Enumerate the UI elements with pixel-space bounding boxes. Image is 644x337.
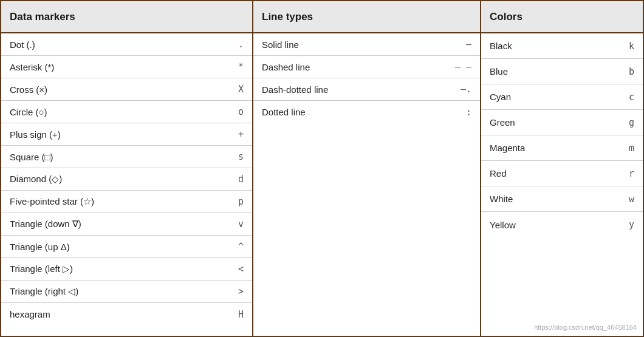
marker-label: Cross (×) <box>10 84 47 95</box>
marker-symbol: ^ <box>225 241 244 252</box>
color-symbol: g <box>616 117 634 128</box>
table-row: Triangle (down ∇) v <box>1 213 252 236</box>
table-row: Magenta m <box>481 135 643 161</box>
color-label: White <box>490 194 513 204</box>
marker-label: Square (□) <box>10 152 53 162</box>
marker-symbol: > <box>225 286 244 297</box>
marker-symbol: s <box>225 151 244 162</box>
linetype-symbol: : <box>453 107 471 118</box>
marker-label: hexagram <box>10 309 50 319</box>
markers-header: Data markers <box>1 1 252 33</box>
linetype-symbol: – – <box>453 61 471 72</box>
marker-symbol: + <box>225 129 244 140</box>
table-row: Plus sign (+) + <box>1 123 252 146</box>
marker-symbol: X <box>225 84 244 95</box>
marker-label: Diamond (◇) <box>10 174 62 185</box>
linetype-label: Dashed line <box>262 62 310 72</box>
marker-label: Triangle (down ∇) <box>10 219 81 230</box>
linetype-label: Dash-dotted line <box>262 84 328 95</box>
table-row: Dot (.) . <box>1 33 252 56</box>
table-row: White w <box>481 186 643 212</box>
watermark: https://blog.csdn.net/qq_46458164 <box>534 324 637 331</box>
table-row: Green g <box>481 110 643 135</box>
marker-symbol: * <box>225 61 244 72</box>
reference-table: Data markers Dot (.) . Asterisk (*) * Cr… <box>0 0 644 337</box>
table-row: Five-pointed star (☆) p <box>1 191 252 213</box>
marker-label: Dot (.) <box>10 39 35 50</box>
markers-column: Data markers Dot (.) . Asterisk (*) * Cr… <box>1 1 253 336</box>
table-row: Triangle (up Δ) ^ <box>1 236 252 258</box>
table-row: Red r <box>481 161 643 186</box>
color-symbol: r <box>616 168 634 179</box>
table-row: Yellow y <box>481 212 643 237</box>
linetypes-body: Solid line – Dashed line – – Dash-dotted… <box>253 33 480 336</box>
marker-symbol: p <box>225 196 244 207</box>
table-row: Dash-dotted line –. <box>253 78 480 101</box>
table-row: Cross (×) X <box>1 78 252 101</box>
color-label: Cyan <box>490 92 511 102</box>
colors-header-label: Colors <box>490 11 522 23</box>
linetype-label: Dotted line <box>262 107 306 117</box>
marker-symbol: v <box>225 219 244 230</box>
colors-column: Colors Black k Blue b Cyan c Green g Mag… <box>481 1 643 336</box>
table-row: Diamond (◇) d <box>1 168 252 191</box>
table-row: hexagram H <box>1 303 252 325</box>
marker-symbol: < <box>225 264 244 274</box>
markers-header-label: Data markers <box>10 11 75 23</box>
color-symbol: y <box>616 219 634 230</box>
linetype-label: Solid line <box>262 39 299 50</box>
colors-body: Black k Blue b Cyan c Green g Magenta m … <box>481 33 643 336</box>
color-symbol: c <box>616 92 634 103</box>
marker-symbol: o <box>225 106 244 117</box>
table-row: Triangle (left ▷) < <box>1 258 252 281</box>
table-row: Dashed line – – <box>253 56 480 78</box>
color-label: Magenta <box>490 143 525 153</box>
table-row: Asterisk (*) * <box>1 56 252 78</box>
marker-label: Five-pointed star (☆) <box>10 196 94 207</box>
color-label: Black <box>490 41 512 51</box>
color-label: Blue <box>490 66 508 77</box>
linetype-symbol: –. <box>453 84 471 95</box>
table-row: Solid line – <box>253 33 480 56</box>
marker-label: Triangle (up Δ) <box>10 242 70 252</box>
marker-symbol: . <box>225 39 244 50</box>
color-symbol: b <box>616 66 634 77</box>
color-label: Red <box>490 168 507 179</box>
table-row: Triangle (right ◁) > <box>1 281 252 303</box>
colors-header: Colors <box>481 1 643 33</box>
linetypes-header: Line types <box>253 1 480 33</box>
marker-label: Circle (○) <box>10 107 47 117</box>
table-row: Square (□) s <box>1 146 252 168</box>
linetypes-header-label: Line types <box>262 11 313 23</box>
color-symbol: w <box>616 194 634 205</box>
linetypes-column: Line types Solid line – Dashed line – – … <box>253 1 481 336</box>
marker-label: Plus sign (+) <box>10 129 61 140</box>
color-label: Green <box>490 117 515 128</box>
marker-label: Asterisk (*) <box>10 62 54 72</box>
table-row: Black k <box>481 33 643 59</box>
markers-body: Dot (.) . Asterisk (*) * Cross (×) X Cir… <box>1 33 252 336</box>
table-row: Cyan c <box>481 84 643 110</box>
marker-label: Triangle (left ▷) <box>10 264 73 274</box>
color-label: Yellow <box>490 220 516 230</box>
marker-label: Triangle (right ◁) <box>10 286 78 297</box>
color-symbol: m <box>616 143 634 154</box>
table-row: Circle (○) o <box>1 101 252 123</box>
color-symbol: k <box>616 41 634 52</box>
table-row: Blue b <box>481 59 643 84</box>
table-row: Dotted line : <box>253 101 480 123</box>
marker-symbol: H <box>225 309 244 320</box>
linetype-symbol: – <box>453 39 471 50</box>
marker-symbol: d <box>225 174 244 185</box>
